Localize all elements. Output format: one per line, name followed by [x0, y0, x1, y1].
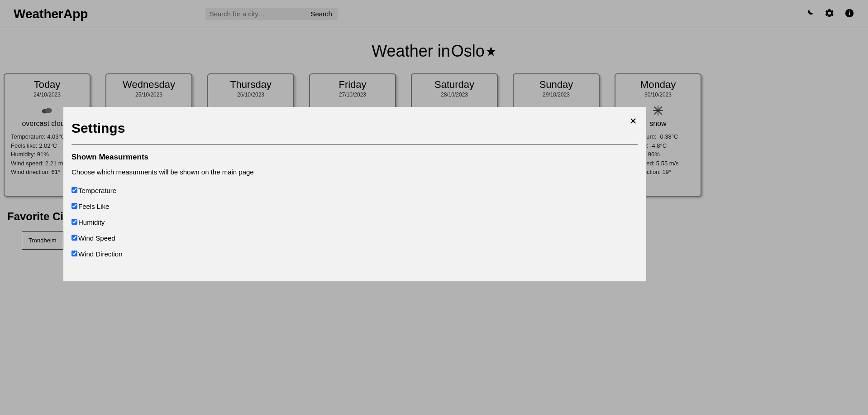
close-icon[interactable] [629, 117, 637, 127]
settings-option[interactable]: Feels Like [72, 203, 638, 210]
settings-option[interactable]: Wind Direction [72, 250, 638, 258]
settings-options: TemperatureFeels LikeHumidityWind SpeedW… [72, 187, 638, 258]
settings-checkbox[interactable] [72, 251, 77, 256]
settings-option-label: Temperature [78, 187, 116, 194]
settings-modal: Settings Shown Measurments Choose which … [63, 107, 646, 281]
settings-option[interactable]: Humidity [72, 218, 638, 226]
settings-option[interactable]: Temperature [72, 187, 638, 194]
settings-checkbox[interactable] [72, 235, 77, 241]
settings-option-label: Wind Direction [78, 250, 123, 258]
settings-checkbox[interactable] [72, 187, 77, 193]
settings-option-label: Humidity [78, 218, 105, 226]
settings-divider [72, 144, 638, 145]
settings-option-label: Feels Like [78, 203, 109, 210]
settings-option-label: Wind Speed [78, 234, 115, 242]
settings-section-desc: Choose which measurments will be shown o… [72, 168, 638, 176]
settings-section-title: Shown Measurments [72, 153, 638, 162]
settings-option[interactable]: Wind Speed [72, 234, 638, 242]
settings-checkbox[interactable] [72, 219, 77, 225]
settings-checkbox[interactable] [72, 203, 77, 209]
settings-title: Settings [72, 121, 638, 136]
